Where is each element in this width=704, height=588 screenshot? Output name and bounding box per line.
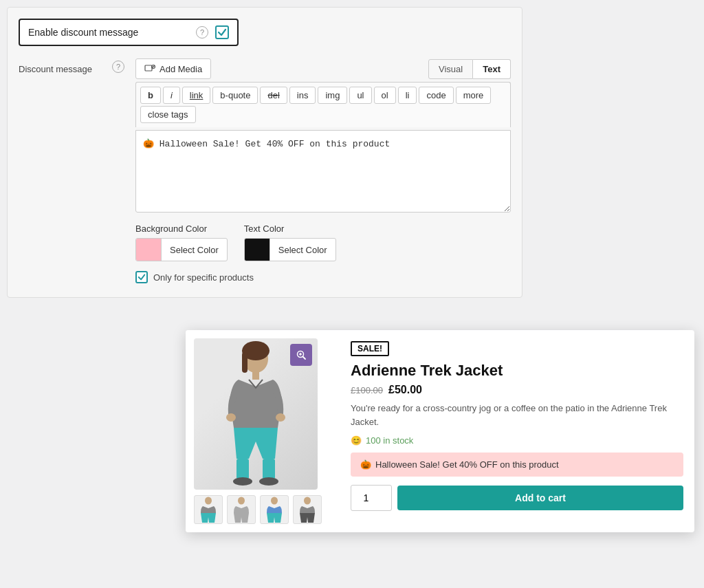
product-main-image bbox=[194, 338, 318, 490]
settings-panel: Enable discount message ? Discount messa… bbox=[7, 7, 522, 298]
product-description: You're ready for a cross-country jog or … bbox=[351, 402, 683, 428]
product-name: Adrienne Trek Jacket bbox=[351, 362, 683, 380]
specific-products-label: Only for specific products bbox=[153, 272, 254, 283]
format-link[interactable]: link bbox=[182, 87, 211, 104]
svg-point-19 bbox=[238, 497, 245, 505]
stock-icon: 😊 bbox=[351, 435, 362, 446]
discount-label: Discount message bbox=[19, 58, 108, 74]
thumbnail-4[interactable] bbox=[293, 495, 322, 524]
svg-line-15 bbox=[303, 357, 306, 360]
add-media-button[interactable]: Add Media bbox=[135, 58, 211, 79]
product-details: SALE! Adrienne Trek Jacket £100.00 £50.0… bbox=[344, 330, 694, 532]
color-section: Background Color Select Color Text Color… bbox=[135, 224, 511, 261]
svg-rect-10 bbox=[236, 459, 249, 479]
message-textarea[interactable]: 🎃 Halloween Sale! Get 40% OFF on this pr… bbox=[135, 130, 511, 213]
editor-wrap: Add Media Visual Text b i link b-quote d… bbox=[135, 58, 511, 283]
background-color-swatch bbox=[136, 239, 161, 261]
cart-row: Add to cart bbox=[351, 485, 683, 511]
svg-point-20 bbox=[271, 497, 278, 505]
visual-text-tabs: Visual Text bbox=[428, 59, 511, 79]
quantity-input[interactable] bbox=[351, 485, 392, 511]
format-ol[interactable]: ol bbox=[374, 87, 396, 104]
add-to-cart-button[interactable]: Add to cart bbox=[397, 486, 683, 510]
specific-products-row: Only for specific products bbox=[135, 271, 511, 283]
tab-text[interactable]: Text bbox=[473, 59, 511, 79]
text-color-swatch bbox=[245, 239, 270, 261]
thumbnail-2[interactable] bbox=[227, 495, 256, 524]
text-color-button[interactable]: Select Color bbox=[244, 238, 336, 261]
background-color-label: Background Color bbox=[135, 224, 228, 234]
enable-row: Enable discount message ? bbox=[19, 19, 239, 46]
svg-rect-7 bbox=[252, 371, 259, 380]
media-icon bbox=[144, 63, 155, 74]
format-close-tags[interactable]: close tags bbox=[140, 106, 196, 123]
stock-row: 😊 100 in stock bbox=[351, 435, 683, 446]
product-panel: SALE! Adrienne Trek Jacket £100.00 £50.0… bbox=[186, 330, 694, 532]
price-new: £50.00 bbox=[388, 384, 422, 396]
format-img[interactable]: img bbox=[318, 87, 347, 104]
svg-point-12 bbox=[233, 477, 252, 486]
svg-rect-0 bbox=[145, 65, 152, 71]
price-row: £100.00 £50.00 bbox=[351, 384, 683, 396]
enable-checkbox[interactable] bbox=[215, 25, 229, 39]
background-color-button[interactable]: Select Color bbox=[135, 238, 228, 261]
thumbnail-3[interactable] bbox=[260, 495, 289, 524]
format-ins[interactable]: ins bbox=[289, 87, 316, 104]
price-old: £100.00 bbox=[351, 385, 383, 395]
discount-message-row: Discount message ? Add Media Visual Text bbox=[19, 58, 511, 283]
format-del[interactable]: del bbox=[260, 87, 287, 104]
tab-visual[interactable]: Visual bbox=[428, 59, 473, 79]
sale-badge: SALE! bbox=[351, 341, 389, 356]
stock-text: 100 in stock bbox=[366, 435, 413, 446]
svg-rect-6 bbox=[242, 352, 248, 373]
discount-banner: 🎃 Halloween Sale! Get 40% OFF on this pr… bbox=[351, 453, 683, 477]
format-more[interactable]: more bbox=[456, 87, 492, 104]
text-color-group: Text Color Select Color bbox=[244, 224, 336, 261]
format-ul[interactable]: ul bbox=[349, 87, 371, 104]
format-italic[interactable]: i bbox=[163, 87, 180, 104]
product-thumbnails bbox=[194, 495, 336, 524]
text-color-label: Text Color bbox=[244, 224, 336, 234]
enable-label: Enable discount message bbox=[28, 27, 189, 38]
text-color-select-label: Select Color bbox=[270, 239, 336, 261]
format-buttons: b i link b-quote del ins img ul ol li co… bbox=[135, 82, 511, 127]
svg-point-21 bbox=[304, 497, 311, 505]
thumb-svg-1 bbox=[197, 497, 219, 523]
thumb-svg-2 bbox=[230, 497, 252, 523]
format-bquote[interactable]: b-quote bbox=[212, 87, 258, 104]
product-image-area bbox=[186, 330, 344, 532]
discount-icon: 🎃 bbox=[360, 459, 371, 470]
format-code[interactable]: code bbox=[419, 87, 453, 104]
enable-help-icon[interactable]: ? bbox=[196, 26, 208, 39]
discount-help-icon[interactable]: ? bbox=[112, 61, 124, 73]
svg-rect-11 bbox=[263, 459, 275, 479]
svg-point-13 bbox=[259, 477, 278, 486]
format-li[interactable]: li bbox=[398, 87, 417, 104]
thumb-svg-3 bbox=[263, 497, 285, 523]
format-bold[interactable]: b bbox=[140, 87, 161, 104]
zoom-icon bbox=[296, 349, 307, 360]
svg-point-18 bbox=[205, 497, 212, 505]
zoom-button[interactable] bbox=[290, 344, 312, 366]
thumbnail-1[interactable] bbox=[194, 495, 223, 524]
svg-point-9 bbox=[276, 413, 285, 422]
discount-label-wrap: Discount message ? bbox=[19, 58, 124, 74]
background-color-select-label: Select Color bbox=[161, 239, 227, 261]
editor-toolbar-top: Add Media Visual Text bbox=[135, 58, 511, 79]
svg-point-8 bbox=[226, 413, 236, 422]
discount-banner-text: Halloween Sale! Get 40% OFF on this prod… bbox=[375, 459, 559, 470]
thumb-svg-4 bbox=[296, 497, 318, 523]
product-image-svg bbox=[208, 338, 304, 490]
specific-products-checkbox[interactable] bbox=[135, 271, 148, 283]
add-media-label: Add Media bbox=[160, 64, 202, 74]
background-color-group: Background Color Select Color bbox=[135, 224, 228, 261]
